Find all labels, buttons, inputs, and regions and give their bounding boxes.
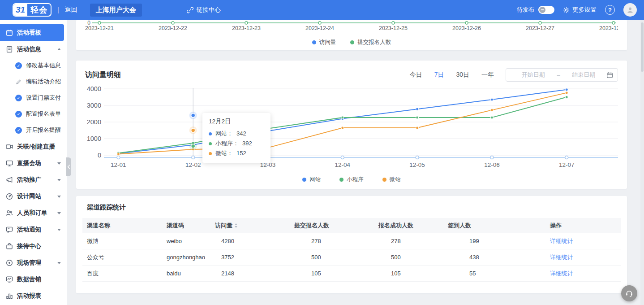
range-tabs: 今日 7日 30日 一年 — [410, 71, 494, 79]
back-link[interactable]: 返回 — [65, 6, 77, 14]
detail-stats-link[interactable]: 详细统计 — [550, 253, 573, 261]
tab-30days[interactable]: 30日 — [456, 71, 469, 79]
chevron-down-icon[interactable] — [57, 262, 61, 266]
chevron-down-icon[interactable] — [57, 179, 61, 183]
cell-succeeded: 278 — [374, 238, 443, 244]
legend-item-submissions[interactable]: 提交报名人数 — [350, 39, 391, 46]
svg-text:2023-12-28: 2023-12-28 — [599, 25, 618, 31]
brand-logo-mark: 31 — [13, 4, 27, 16]
main-chart-legend: 网站 小程序 微站 — [85, 176, 618, 183]
subitem-label: 配置报名表单 — [26, 110, 61, 118]
tooltip-title: 12月2日 — [209, 118, 264, 126]
tab-7days[interactable]: 7日 — [434, 71, 444, 79]
tab-year[interactable]: 一年 — [481, 71, 494, 79]
legend-label: 访问量 — [319, 39, 336, 46]
sidebar-item-live-create[interactable]: 关联/创建直播 — [0, 138, 67, 155]
sidebar-item-live-venue[interactable]: 直播会场 — [0, 155, 67, 171]
legend-dot-icon — [382, 178, 386, 182]
cell-visits: 4280 — [210, 238, 290, 244]
date-separator: – — [556, 72, 561, 78]
sidebar-subitem-basic-info[interactable]: 修改基本信息 — [0, 57, 67, 74]
legend-item-visits[interactable]: 访问量 — [312, 39, 336, 46]
date-range-picker[interactable]: 开始日期 – 结束日期 — [506, 68, 618, 82]
main-line-chart[interactable]: 0100020003000400012-0112-0212-0312-0412-… — [85, 84, 618, 172]
svg-text:2023-12-23: 2023-12-23 — [232, 25, 261, 31]
publish-toggle[interactable] — [538, 6, 554, 14]
series-dot-icon — [209, 152, 212, 155]
topbar-right: 待发布 更多设置 ? — [517, 3, 637, 17]
legend-item-website[interactable]: 网站 — [302, 176, 321, 183]
cell-succeeded: 500 — [374, 254, 443, 261]
tooltip-row: 网站：342 — [209, 129, 264, 139]
tooltip-label: 微站： — [215, 148, 233, 158]
svg-text:12-02: 12-02 — [185, 161, 201, 168]
customer-support-button[interactable] — [621, 285, 637, 301]
cell-visits: 3752 — [210, 254, 290, 261]
sidebar-item-promotion[interactable]: 活动推广 — [0, 171, 67, 188]
channel-stats-card: 渠道跟踪统计 渠道名称 渠道码 访问量 提交报名人数 报名成功人数 签到人数 操… — [76, 196, 627, 293]
more-settings-button[interactable]: 更多设置 — [563, 6, 597, 14]
chevron-down-icon[interactable] — [57, 162, 61, 166]
sidebar-item-dashboard[interactable]: 活动看板 — [0, 24, 64, 41]
mini-chart-legend: 访问量 提交报名人数 — [85, 39, 618, 46]
sidebar-subitem-signup-form[interactable]: 配置报名表单 — [0, 106, 67, 122]
vertical-scrollbar[interactable] — [640, 20, 644, 305]
chevron-down-icon[interactable] — [57, 196, 61, 200]
svg-text:2023-12-27: 2023-12-27 — [526, 25, 554, 31]
chat-bubble-icon — [6, 226, 13, 233]
sidebar: 活动看板 活动信息 修改基本信息 编辑活动介绍 设置门票支付 配置报名表单 开启… — [0, 20, 67, 305]
legend-item-microsite[interactable]: 微站 — [382, 176, 401, 183]
sidebar-item-label: 关联/创建直播 — [17, 143, 55, 151]
col-header-visits[interactable]: 访问量 — [210, 222, 290, 230]
start-date-input[interactable]: 开始日期 — [511, 71, 556, 79]
sidebar-item-reports[interactable]: 活动报表 — [0, 288, 67, 304]
col-header-name: 渠道名称 — [82, 222, 162, 230]
event-name-pill[interactable]: 上海用户大会 — [90, 4, 142, 17]
sidebar-item-label: 直播会场 — [17, 159, 41, 167]
avatar[interactable] — [623, 3, 637, 17]
sidebar-item-event-info[interactable]: 活动信息 — [0, 41, 67, 57]
chevron-up-icon[interactable] — [57, 46, 61, 50]
legend-dot-icon — [350, 40, 354, 44]
sidebar-item-data-marketing[interactable]: 数据营销 — [0, 271, 67, 288]
topbar: 31 轻会 | 返回 上海用户大会 链接中心 待发布 更多设置 ? — [0, 0, 644, 20]
sidebar-item-design-site[interactable]: 设计网站 — [0, 188, 67, 205]
brand-logo[interactable]: 31 轻会 — [13, 3, 52, 17]
sidebar-subitem-signup-remind[interactable]: 开启报名提醒 — [0, 122, 67, 138]
sidebar-item-label: 现场管理 — [17, 259, 41, 267]
scrollbar-thumb[interactable] — [641, 22, 644, 72]
people-icon — [6, 209, 13, 217]
visits-card-header: 访问量明细 今日 7日 30日 一年 开始日期 – 结束日期 — [85, 68, 618, 82]
detail-stats-link[interactable]: 详细统计 — [550, 237, 573, 245]
cell-name: 公众号 — [82, 253, 162, 261]
legend-dot-icon — [302, 178, 306, 182]
sidebar-item-onsite[interactable]: 现场管理 — [0, 254, 67, 271]
main-chart-area[interactable]: 0100020003000400012-0112-0212-0312-0412-… — [85, 84, 618, 172]
legend-item-miniprogram[interactable]: 小程序 — [339, 176, 364, 183]
sidebar-item-notifications[interactable]: 活动通知 — [0, 221, 67, 238]
link-center-button[interactable]: 链接中心 — [187, 6, 221, 14]
mini-line-chart[interactable]: 02023-12-212023-12-222023-12-232023-12-2… — [85, 21, 618, 32]
end-date-input[interactable]: 结束日期 — [561, 71, 606, 79]
detail-stats-link[interactable]: 详细统计 — [550, 270, 573, 278]
sort-icon[interactable] — [235, 222, 237, 229]
topbar-divider: | — [57, 6, 59, 13]
sidebar-item-people-orders[interactable]: 人员和订单 — [0, 205, 67, 221]
chevron-down-icon[interactable] — [57, 229, 61, 233]
tooltip-label: 网站： — [215, 129, 233, 139]
tab-today[interactable]: 今日 — [410, 71, 422, 79]
publish-status-label: 待发布 — [517, 6, 534, 14]
table-body: 微博 weibo 4280 278 278 199 详细统计 公众号 gongz… — [82, 233, 621, 282]
sidebar-subitem-edit-intro[interactable]: 编辑活动介绍 — [0, 74, 67, 90]
main-content: 02023-12-212023-12-222023-12-232023-12-2… — [76, 20, 627, 293]
calendar-icon — [606, 72, 613, 78]
svg-text:12-06: 12-06 — [484, 161, 500, 168]
sidebar-item-reception[interactable]: 接待中心 — [0, 238, 67, 254]
sidebar-collapse-handle[interactable] — [66, 157, 71, 176]
briefcase-icon — [6, 243, 13, 250]
sidebar-subitem-ticket-pay[interactable]: 设置门票支付 — [0, 90, 67, 106]
sidebar-item-label: 人员和订单 — [17, 209, 47, 217]
col-header-action: 操作 — [545, 222, 621, 230]
help-button[interactable]: ? — [605, 5, 615, 15]
chevron-down-icon[interactable] — [57, 212, 61, 216]
